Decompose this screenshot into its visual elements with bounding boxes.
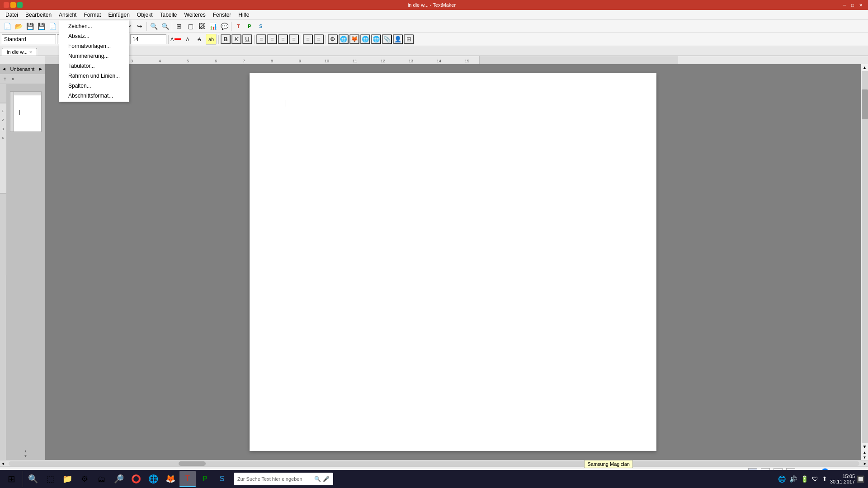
underline-btn[interactable]: U xyxy=(242,34,252,44)
styles-btn[interactable]: ⚙ xyxy=(328,34,338,44)
format-rahmen-item[interactable]: Rahmen und Linien... xyxy=(59,71,129,81)
win-maximize[interactable]: □ xyxy=(849,1,856,9)
menu-einfuegen[interactable]: Einfügen xyxy=(104,11,133,19)
open-btn[interactable]: 📂 xyxy=(13,21,24,32)
menu-objekt[interactable]: Objekt xyxy=(133,11,156,19)
find-btn[interactable]: 🔍 xyxy=(148,21,159,32)
format-nummerierung-item[interactable]: Nummerierung... xyxy=(59,51,129,61)
bold-btn[interactable]: B xyxy=(221,34,231,44)
softmaker-btn[interactable]: S xyxy=(255,21,266,32)
format-menu-item[interactable]: Zeichen... xyxy=(59,21,129,31)
export-pdf-btn[interactable]: 📄 xyxy=(47,21,58,32)
scroll-extra1[interactable]: ▲ xyxy=(863,450,867,455)
menu-fenster[interactable]: Fenster xyxy=(209,11,235,19)
font-size-select[interactable]: 14 xyxy=(130,34,166,44)
menu-ansicht[interactable]: Ansicht xyxy=(55,11,80,19)
taskbar-file-btn[interactable]: 📁 xyxy=(59,471,75,487)
taskbar-basic-btn[interactable]: S xyxy=(214,471,230,487)
bottom-scrollbar[interactable]: ◄ ► xyxy=(0,460,868,466)
taskbar-circle-btn[interactable]: ⭕ xyxy=(128,471,144,487)
clock-display[interactable]: 15:05 30.11.2017 xyxy=(830,474,855,484)
tool-btn1[interactable]: 📎 xyxy=(382,34,392,44)
scroll-extra2[interactable]: ▼ xyxy=(863,455,867,460)
person-btn[interactable]: 👤 xyxy=(393,34,403,44)
scroll-track[interactable] xyxy=(862,71,868,443)
table-btn[interactable]: ⊞ xyxy=(174,21,184,32)
panel-add-btn[interactable]: + xyxy=(1,75,9,83)
grid-btn[interactable]: ⊞ xyxy=(404,34,414,44)
menu-format[interactable]: Format xyxy=(80,11,104,19)
document-tab[interactable]: in die w... × xyxy=(2,48,37,56)
taskbar-search-btn[interactable]: 🔍 xyxy=(25,471,41,487)
tray-security-icon[interactable]: 🛡 xyxy=(811,474,819,483)
panel-scroll-up[interactable]: ▲ xyxy=(24,449,28,453)
tray-network-icon[interactable]: 🌐 xyxy=(777,474,787,483)
win-close[interactable]: ✕ xyxy=(857,1,864,9)
panel-scroll-down[interactable]: ▼ xyxy=(24,454,28,458)
italic-btn[interactable]: K xyxy=(231,34,241,44)
win-minimize[interactable]: ─ xyxy=(841,1,848,9)
document-area[interactable] xyxy=(45,64,861,460)
document-page[interactable] xyxy=(250,73,656,451)
format-absatz-item[interactable]: Absatz... xyxy=(59,31,129,41)
panel-left-arrow[interactable]: ◄ xyxy=(2,66,6,71)
page-thumbnail[interactable] xyxy=(10,91,42,132)
align-left-btn[interactable]: ≡ xyxy=(256,34,266,44)
format-vorlagen-item[interactable]: Formatvorlagen... xyxy=(59,41,129,51)
taskbar-taskview-btn[interactable]: ⬚ xyxy=(42,471,58,487)
taskbar-edge-btn[interactable]: 🌐 xyxy=(145,471,161,487)
close-btn[interactable] xyxy=(17,2,23,8)
horiz-scroll-track[interactable] xyxy=(9,461,859,466)
horiz-scroll-thumb[interactable] xyxy=(179,461,206,466)
menu-weiteres[interactable]: Weiteres xyxy=(181,11,209,19)
paragraph-style-select[interactable]: Standard xyxy=(2,34,56,44)
scroll-up-btn[interactable]: ▲ xyxy=(862,64,868,71)
browser-btn2[interactable]: 🦊 xyxy=(349,34,359,44)
right-scrollbar[interactable]: ▲ ▼ ▲ ▼ xyxy=(861,64,868,460)
taskbar-settings-btn[interactable]: ⚙ xyxy=(76,471,93,487)
align-justify-btn[interactable]: ≡ xyxy=(289,34,299,44)
browser-btn3[interactable]: 🌐 xyxy=(360,34,370,44)
align-center-btn[interactable]: ≡ xyxy=(267,34,277,44)
show-desktop-btn[interactable]: 🔲 xyxy=(857,475,864,483)
image-btn[interactable]: 🖼 xyxy=(196,21,207,32)
minimize-btn[interactable] xyxy=(4,2,9,8)
taskbar-textmaker-btn[interactable]: T xyxy=(179,471,196,487)
highlight-yellow-btn[interactable]: ab xyxy=(206,34,217,45)
tray-update-icon[interactable]: ⬆ xyxy=(821,474,828,483)
find-replace-btn[interactable]: 🔍 xyxy=(160,21,170,32)
taskbar-zoom2-btn[interactable]: 🔎 xyxy=(111,471,127,487)
save-as-btn[interactable]: 💾 xyxy=(36,21,47,32)
redo-btn[interactable]: ↪ xyxy=(134,21,145,32)
scroll-right-btn[interactable]: ► xyxy=(863,461,867,466)
taskbar-tiles-btn[interactable]: 🗂 xyxy=(94,471,110,487)
browser-btn4[interactable]: 🌐 xyxy=(371,34,381,44)
scroll-thumb[interactable] xyxy=(862,89,868,119)
tray-battery-icon[interactable]: 🔋 xyxy=(800,474,809,483)
menu-tabelle[interactable]: Tabelle xyxy=(156,11,181,19)
frame-btn[interactable]: ▢ xyxy=(185,21,196,32)
font-highlight-btn[interactable]: A xyxy=(182,34,193,45)
scroll-down-btn[interactable]: ▼ xyxy=(862,443,868,450)
save-btn[interactable]: 💾 xyxy=(24,21,35,32)
panel-nav-btn[interactable]: » xyxy=(9,75,17,83)
font-color-btn[interactable]: A xyxy=(170,34,181,45)
list-btn[interactable]: ≡ xyxy=(303,34,313,44)
format-abschnitt-item[interactable]: Abschnittsformat... xyxy=(59,91,129,101)
chart-btn[interactable]: 📊 xyxy=(208,21,218,32)
taskbar-firefox-btn[interactable]: 🦊 xyxy=(162,471,179,487)
planmaker-btn[interactable]: P xyxy=(244,21,255,32)
panel-right-arrow[interactable]: ► xyxy=(38,66,43,71)
taskbar-planmaker-btn[interactable]: P xyxy=(197,471,213,487)
tray-volume-icon[interactable]: 🔊 xyxy=(788,474,798,483)
menu-datei[interactable]: Datei xyxy=(2,11,22,19)
font-strikethrough-btn[interactable]: A xyxy=(194,34,205,45)
format-spalten-item[interactable]: Spalten... xyxy=(59,81,129,91)
format-tabulator-item[interactable]: Tabulator... xyxy=(59,61,129,71)
start-button[interactable]: ⊞ xyxy=(0,470,23,488)
menu-bearbeiten[interactable]: Bearbeiten xyxy=(22,11,55,19)
num-list-btn[interactable]: ≡ xyxy=(314,34,324,44)
tab-close-btn[interactable]: × xyxy=(29,50,32,55)
browser-btn1[interactable]: 🌐 xyxy=(339,34,349,44)
menu-hilfe[interactable]: Hilfe xyxy=(235,11,253,19)
